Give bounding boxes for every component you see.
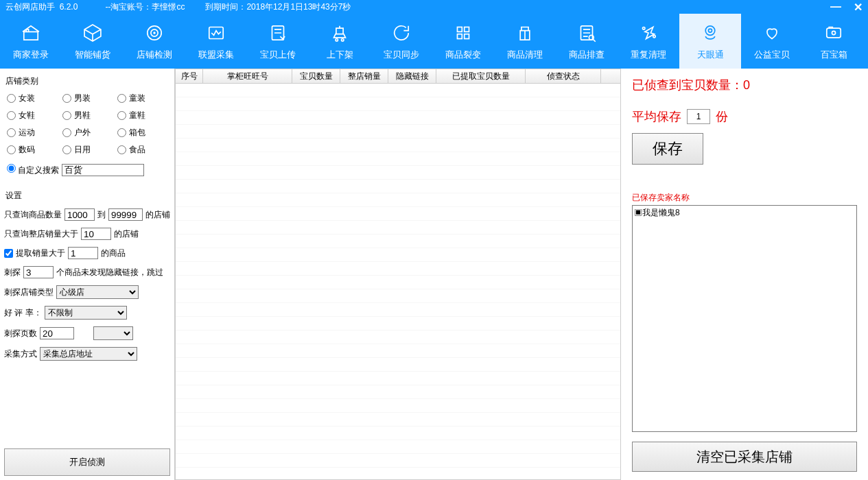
- toolbar: 商家登录智能铺货店铺检测联盟采集宝贝上传上下架宝贝同步商品裂变商品清理商品排查重…: [0, 14, 868, 69]
- tool-重复清理[interactable]: 重复清理: [618, 14, 679, 69]
- svg-rect-8: [465, 27, 469, 32]
- extract-sales-checkbox[interactable]: [4, 249, 13, 258]
- category-女鞋[interactable]: 女鞋: [7, 110, 60, 121]
- col-序号[interactable]: 序号: [176, 69, 203, 83]
- tool-智能铺货[interactable]: 智能铺货: [62, 14, 124, 69]
- category-食品[interactable]: 食品: [117, 144, 170, 156]
- tool-商品排查[interactable]: 商品排查: [556, 14, 618, 69]
- svg-point-6: [342, 39, 344, 41]
- saved-item[interactable]: ▣我是懒鬼8: [634, 207, 855, 219]
- tool-商家登录[interactable]: 商家登录: [0, 14, 62, 69]
- svg-point-16: [708, 29, 712, 32]
- category-户外[interactable]: 户外: [62, 127, 115, 139]
- category-男鞋[interactable]: 男鞋: [62, 110, 115, 121]
- minimize-icon[interactable]: —: [830, 1, 841, 14]
- titlebar: 云创网店助手 6.2.0 --淘宝账号： 李憧憬cc 到期时间： 2018年12…: [0, 0, 868, 14]
- account-name: 李憧憬cc: [152, 1, 185, 13]
- tool-宝贝上传[interactable]: 宝贝上传: [247, 14, 309, 69]
- tool-店铺检测[interactable]: 店铺检测: [124, 14, 185, 69]
- svg-point-13: [643, 27, 645, 29]
- settings-title: 设置: [5, 190, 170, 202]
- category-箱包[interactable]: 箱包: [117, 127, 170, 139]
- clear-collected-button[interactable]: 清空已采集店铺: [632, 442, 857, 472]
- table-area: 序号掌柜旺旺号宝贝数量整店销量隐藏链接已提取宝贝数量侦查状态: [175, 69, 621, 480]
- category-男装[interactable]: 男装: [62, 93, 115, 104]
- detected-count: 0: [743, 78, 750, 92]
- table-body[interactable]: [175, 84, 621, 480]
- sidebar: 店铺类别 女装 男装 童装 女鞋 男鞋 童鞋 运动 户外 箱包 数码 日用 食品…: [0, 69, 175, 480]
- category-数码[interactable]: 数码: [7, 144, 60, 156]
- col-整店销量[interactable]: 整店销量: [340, 69, 388, 83]
- tool-商品裂变[interactable]: 商品裂变: [432, 14, 494, 69]
- extract-sales-input[interactable]: [68, 247, 98, 259]
- account-prefix: --淘宝账号：: [105, 1, 152, 13]
- qty-max-input[interactable]: [108, 208, 143, 221]
- svg-point-15: [705, 26, 715, 36]
- svg-rect-7: [458, 27, 462, 32]
- category-童鞋[interactable]: 童鞋: [117, 110, 170, 121]
- svg-rect-10: [465, 34, 469, 39]
- col-宝贝数量[interactable]: 宝贝数量: [292, 69, 340, 83]
- tool-商品清理[interactable]: 商品清理: [494, 14, 556, 69]
- start-detect-button[interactable]: 开启侦测: [4, 448, 170, 476]
- svg-rect-3: [209, 27, 223, 39]
- svg-rect-9: [458, 34, 462, 39]
- custom-search-radio[interactable]: 自定义搜索: [7, 164, 59, 176]
- detected-label: 已侦查到宝贝数量：: [632, 78, 743, 92]
- avg-save-input[interactable]: [687, 109, 710, 124]
- category-日用[interactable]: 日用: [62, 144, 115, 156]
- col-侦查状态[interactable]: 侦查状态: [526, 69, 601, 83]
- collect-method-select[interactable]: 采集总店地址: [40, 347, 137, 361]
- saved-sellers-list[interactable]: ▣我是懒鬼8: [632, 205, 857, 432]
- tool-公益宝贝[interactable]: 公益宝贝: [741, 14, 803, 69]
- tool-联盟采集[interactable]: 联盟采集: [185, 14, 247, 69]
- expire-time: 2018年12月1日13时43分7秒: [246, 1, 351, 13]
- probe-pages-input[interactable]: [40, 327, 74, 339]
- probe-count-input[interactable]: [23, 266, 54, 278]
- custom-search-input[interactable]: [62, 164, 144, 176]
- close-icon[interactable]: ✕: [854, 1, 863, 14]
- qty-min-input[interactable]: [64, 208, 95, 221]
- app-version: 6.2.0: [60, 2, 78, 12]
- svg-point-14: [653, 35, 655, 37]
- right-panel: 已侦查到宝贝数量：0 平均保存 份 保存 已保存卖家名称 ▣我是懒鬼8 清空已采…: [621, 69, 868, 480]
- category-童装[interactable]: 童装: [117, 93, 170, 104]
- sales-min-input[interactable]: [81, 228, 111, 240]
- col-隐藏链接[interactable]: 隐藏链接: [388, 69, 436, 83]
- category-title: 店铺类别: [5, 75, 170, 87]
- category-女装[interactable]: 女装: [7, 93, 60, 104]
- svg-point-18: [832, 31, 835, 34]
- rating-select[interactable]: 不限制: [45, 306, 127, 320]
- expire-prefix: 到期时间：: [205, 1, 246, 13]
- tool-宝贝同步[interactable]: 宝贝同步: [371, 14, 432, 69]
- col-掌柜旺旺号[interactable]: 掌柜旺旺号: [203, 69, 292, 83]
- probe-pages-select[interactable]: [93, 326, 133, 340]
- svg-rect-17: [827, 28, 841, 38]
- col-已提取宝贝数量[interactable]: 已提取宝贝数量: [436, 69, 526, 83]
- tool-百宝箱[interactable]: 百宝箱: [803, 14, 865, 69]
- category-运动[interactable]: 运动: [7, 127, 60, 139]
- tool-上下架[interactable]: 上下架: [309, 14, 371, 69]
- shop-type-select[interactable]: 心级店: [56, 285, 139, 299]
- save-button[interactable]: 保存: [632, 133, 703, 165]
- tool-天眼通[interactable]: 天眼通: [679, 14, 741, 69]
- app-name: 云创网店助手: [5, 1, 55, 13]
- svg-point-2: [154, 32, 155, 34]
- svg-point-5: [336, 39, 338, 41]
- saved-sellers-label: 已保存卖家名称: [632, 192, 857, 204]
